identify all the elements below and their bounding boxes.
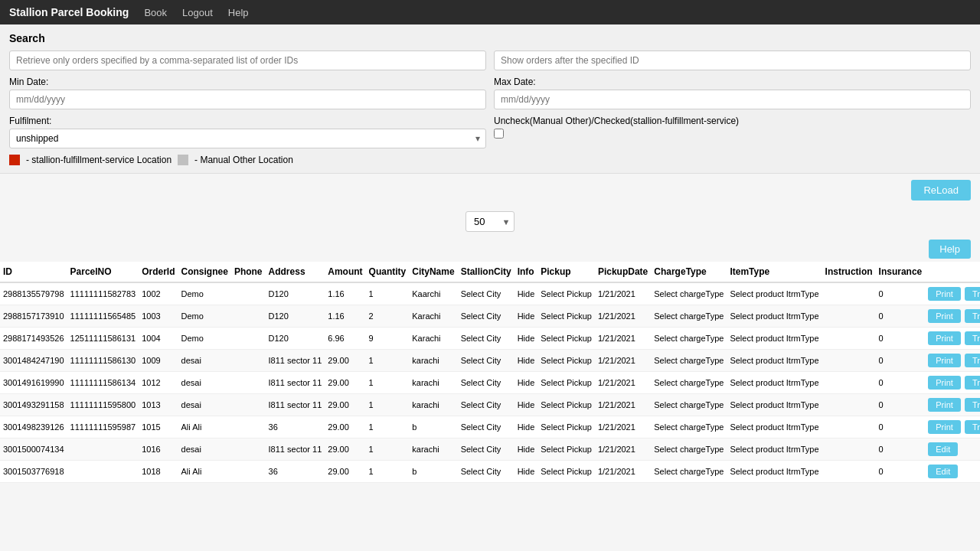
nav-book[interactable]: Book xyxy=(144,7,167,18)
cell-info: Hide xyxy=(514,305,538,328)
edit-button[interactable]: Edit xyxy=(928,442,958,456)
col-info: Info xyxy=(514,262,538,282)
cell-cityname: b xyxy=(409,416,457,439)
cell-quantity: 1 xyxy=(366,439,410,461)
cell-quantity: 2 xyxy=(366,305,410,328)
print-button[interactable]: Print xyxy=(928,376,961,390)
max-date-input[interactable] xyxy=(494,90,971,109)
track-button[interactable]: Track xyxy=(965,420,980,434)
cell-instruction xyxy=(822,461,876,483)
cell-insurance: 0 xyxy=(876,461,926,483)
cell-pickup: Select Pickup xyxy=(537,372,595,394)
col-actions xyxy=(925,262,980,282)
cell-address: I811 sector 11 xyxy=(266,439,325,461)
cell-orderid: 1013 xyxy=(139,394,178,416)
order-ids-input[interactable] xyxy=(9,51,486,70)
track-button[interactable]: Track xyxy=(965,354,980,367)
print-button[interactable]: Print xyxy=(928,398,961,412)
cell-orderid: 1012 xyxy=(139,372,178,394)
cell-instruction xyxy=(822,394,876,416)
cell-actions: Edit xyxy=(925,461,980,483)
table-row: 2988157173910111111115654851003DemoD1201… xyxy=(0,305,980,328)
cell-amount: 29.00 xyxy=(325,461,365,483)
cell-insurance: 0 xyxy=(876,394,926,416)
cell-actions: Edit xyxy=(925,439,980,461)
col-stallioncity: StallionCity xyxy=(458,262,514,282)
uncheck-label: Uncheck(Manual Other)/Checked(stallion-f… xyxy=(494,116,971,126)
cell-itemtype: Select product ItrmType xyxy=(727,282,822,305)
cell-instruction xyxy=(822,416,876,439)
nav-help[interactable]: Help xyxy=(228,7,249,18)
help-button[interactable]: Help xyxy=(929,240,971,259)
edit-button[interactable]: Edit xyxy=(928,465,958,478)
orders-table: ID ParcelNO OrderId Consignee Phone Addr… xyxy=(0,262,980,483)
cell-pickup: Select Pickup xyxy=(537,305,595,328)
legend-manual-label: - Manual Other Location xyxy=(194,155,293,165)
track-button[interactable]: Track xyxy=(965,309,980,323)
col-insurance: Insurance xyxy=(876,262,926,282)
print-button[interactable]: Print xyxy=(928,287,961,301)
cell-amount: 29.00 xyxy=(325,350,365,372)
cell-pickup: Select Pickup xyxy=(537,328,595,350)
cell-chargetype: Select chargeType xyxy=(651,305,727,328)
print-button[interactable]: Print xyxy=(928,354,961,367)
cell-pickupdate: 1/21/2021 xyxy=(595,305,651,328)
cell-consignee: Ali Ali xyxy=(178,416,231,439)
min-date-input[interactable] xyxy=(9,90,486,109)
cell-stallioncity: Select City xyxy=(458,282,514,305)
table-row: 2988171493526125111115861311004DemoD1206… xyxy=(0,328,980,350)
perpage-select[interactable]: 10 25 50 100 xyxy=(466,211,514,232)
track-button[interactable]: Track xyxy=(965,287,980,301)
order-ids-field xyxy=(9,51,486,70)
print-button[interactable]: Print xyxy=(928,309,961,323)
cell-chargetype: Select chargeType xyxy=(651,461,727,483)
cell-consignee: Demo xyxy=(178,305,231,328)
table-row: 3001491619990111111115861341012desaiI811… xyxy=(0,372,980,394)
fulfilment-select[interactable]: unshipped shipped all xyxy=(9,129,486,148)
cell-pickup: Select Pickup xyxy=(537,439,595,461)
cell-stallioncity: Select City xyxy=(458,372,514,394)
col-chargetype: ChargeType xyxy=(651,262,727,282)
cell-pickupdate: 1/21/2021 xyxy=(595,394,651,416)
print-button[interactable]: Print xyxy=(928,420,961,434)
cell-itemtype: Select product ItrmType xyxy=(727,350,822,372)
table-row: 30015000741341016desaiI811 sector 1129.0… xyxy=(0,439,980,461)
cell-address: 36 xyxy=(266,416,325,439)
cell-consignee: desai xyxy=(178,439,231,461)
cell-id: 3001491619990 xyxy=(0,372,67,394)
cell-consignee: Ali Ali xyxy=(178,461,231,483)
cell-cityname: karachi xyxy=(409,394,457,416)
cell-id: 3001503776918 xyxy=(0,461,67,483)
uncheck-checkbox[interactable] xyxy=(494,129,504,139)
table-body: 2988135579798111111115827831002DemoD1201… xyxy=(0,282,980,483)
nav-logout[interactable]: Logout xyxy=(182,7,213,18)
cell-cityname: karachi xyxy=(409,439,457,461)
cell-insurance: 0 xyxy=(876,439,926,461)
uncheck-field: Uncheck(Manual Other)/Checked(stallion-f… xyxy=(494,116,971,148)
cell-info: Hide xyxy=(514,461,538,483)
col-address: Address xyxy=(266,262,325,282)
col-pickupdate: PickupDate xyxy=(595,262,651,282)
cell-pickup: Select Pickup xyxy=(537,416,595,439)
cell-phone xyxy=(231,439,266,461)
track-button[interactable]: Track xyxy=(965,376,980,390)
min-date-label: Min Date: xyxy=(9,77,486,87)
cell-insurance: 0 xyxy=(876,372,926,394)
legend-row: - stallion-fulfillment-service Location … xyxy=(9,155,971,165)
cell-chargetype: Select chargeType xyxy=(651,350,727,372)
cell-itemtype: Select product ItrmType xyxy=(727,394,822,416)
track-button[interactable]: Track xyxy=(965,398,980,412)
cell-stallioncity: Select City xyxy=(458,394,514,416)
col-pickup: Pickup xyxy=(537,262,595,282)
cell-actions: PrintTrack xyxy=(925,328,980,350)
cell-cityname: karachi xyxy=(409,372,457,394)
cell-info: Hide xyxy=(514,350,538,372)
reload-button[interactable]: ReLoad xyxy=(911,180,971,201)
cell-address: I811 sector 11 xyxy=(266,372,325,394)
cell-amount: 29.00 xyxy=(325,372,365,394)
print-button[interactable]: Print xyxy=(928,331,961,345)
cell-pickupdate: 1/21/2021 xyxy=(595,461,651,483)
track-button[interactable]: Track xyxy=(965,331,980,345)
after-id-input[interactable] xyxy=(494,51,971,70)
cell-id: 3001493291158 xyxy=(0,394,67,416)
